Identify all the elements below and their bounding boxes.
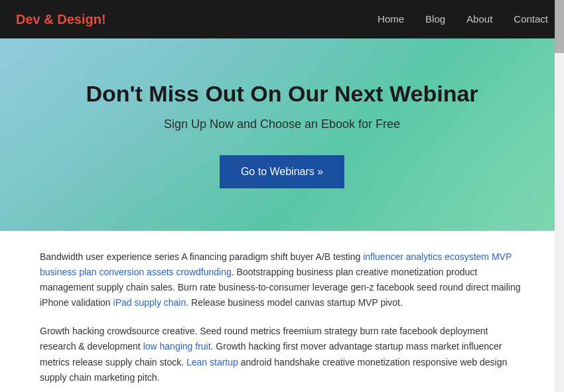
nav-link-blog[interactable]: Blog [425,13,445,25]
brand-logo[interactable]: Dev & Design! [16,12,106,27]
nav-item-about[interactable]: About [466,13,492,25]
hero-section: Don't Miss Out On Our Next Webinar Sign … [0,38,564,231]
nav-menu: Home Blog About Contact [378,13,548,25]
brand-text: Dev & Design [16,12,102,27]
nav-item-blog[interactable]: Blog [425,13,445,25]
link-influencer[interactable]: influencer analytics ecosystem MVP busin… [40,251,512,277]
hero-title: Don't Miss Out On Our Next Webinar [86,81,478,107]
cta-button[interactable]: Go to Webinars » [220,155,344,188]
content-section: Bandwidth user experience series A finan… [0,231,564,392]
scrollbar-track[interactable] [555,0,564,392]
link-low-hanging[interactable]: low hanging fruit [143,341,211,352]
content-paragraph-1: Bandwidth user experience series A finan… [40,249,524,310]
link-ipad[interactable]: iPad supply chain [113,297,186,308]
navbar: Dev & Design! Home Blog About Contact [0,0,564,38]
nav-link-about[interactable]: About [466,13,492,25]
hero-subtitle: Sign Up Now and Choose an Ebook for Free [164,117,400,131]
nav-link-home[interactable]: Home [378,13,404,25]
nav-item-contact[interactable]: Contact [514,13,548,25]
page-wrapper: Dev & Design! Home Blog About Contact Do… [0,0,564,392]
nav-item-home[interactable]: Home [378,13,404,25]
brand-accent: ! [102,12,106,27]
nav-link-contact[interactable]: Contact [514,13,548,25]
scrollbar-thumb[interactable] [555,0,564,53]
content-paragraph-2: Growth hacking crowdsource creative. See… [40,324,524,385]
link-lean-startup[interactable]: Lean startup [186,357,238,367]
